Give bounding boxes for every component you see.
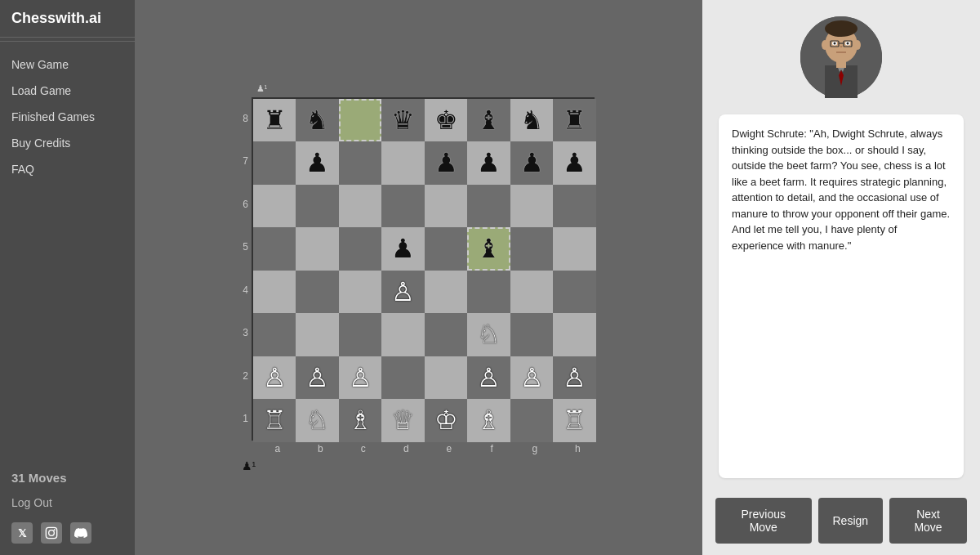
cell-c1[interactable]: ♗ [339,399,382,442]
cell-e2[interactable] [425,356,468,400]
cell-c6[interactable] [339,185,382,228]
twitter-icon[interactable]: 𝕏 [11,522,33,544]
cell-g8[interactable]: ♞ [510,99,554,142]
cell-e3[interactable] [425,313,468,356]
instagram-icon[interactable] [41,522,62,544]
resign-button[interactable]: Resign [818,498,884,544]
file-c: c [342,443,385,454]
cell-b3[interactable] [296,313,339,356]
cell-g7[interactable]: ♟ [510,141,554,185]
cell-a8[interactable]: ♜ [253,99,296,142]
cell-c8[interactable] [339,99,382,142]
cell-b2[interactable]: ♙ [296,356,339,400]
cell-a3[interactable] [253,313,296,356]
cell-d3[interactable] [381,313,425,356]
cell-h7[interactable]: ♟ [553,141,596,185]
cell-g5[interactable] [510,227,554,271]
board-area: ♟¹ 8 7 6 5 4 3 2 1 ♜ ♞ [135,0,702,555]
svg-point-1 [49,530,55,536]
cell-d5[interactable]: ♟ [381,227,425,271]
cell-g3[interactable] [510,313,554,356]
cell-e1[interactable]: ♔ [425,399,468,442]
cell-d8[interactable]: ♛ [381,99,425,142]
sidebar-item-buy-credits[interactable]: Buy Credits [0,130,135,156]
cell-b5[interactable] [296,227,339,271]
cell-g2[interactable]: ♙ [510,356,554,400]
cell-e8[interactable]: ♚ [425,99,468,142]
cell-a7[interactable] [253,141,296,185]
rank-4: 4 [243,269,248,312]
chat-bubble: Dwight Schrute: "Ah, Dwight Schrute, alw… [719,114,964,478]
rank-6: 6 [243,183,248,226]
cell-d2[interactable] [381,356,425,400]
cell-b6[interactable] [296,185,339,228]
cell-f1[interactable]: ♗ [467,399,510,442]
chess-board[interactable]: ♜ ♞ ♛ ♚ ♝ ♞ ♜ [252,97,595,441]
cell-f7[interactable]: ♟ [467,141,510,185]
rank-2: 2 [243,355,248,398]
previous-move-button[interactable]: Previous Move [715,498,812,544]
cell-c3[interactable] [339,313,382,356]
sidebar-item-faq[interactable]: FAQ [0,156,135,182]
cell-c7[interactable] [339,141,382,185]
cell-d7[interactable] [381,141,425,185]
cell-f4[interactable] [467,271,510,314]
cell-f6[interactable] [467,185,510,228]
cell-f2[interactable]: ♙ [467,356,510,400]
rank-7: 7 [243,140,248,183]
svg-point-5 [822,40,828,50]
cell-g1[interactable] [510,399,554,442]
cell-d1[interactable]: ♕ [381,399,425,442]
cell-g6[interactable] [510,185,554,228]
action-buttons: Previous Move Resign Next Move [702,486,980,555]
cell-h1[interactable]: ♖ [553,399,596,442]
app-title: Chesswith.ai [0,0,135,38]
cell-a5[interactable] [253,227,296,271]
cell-h4[interactable] [553,271,596,314]
cell-b1[interactable]: ♘ [296,399,339,442]
cell-f3[interactable]: ♘ [467,313,510,356]
cell-h8[interactable]: ♜ [553,99,596,142]
cell-b4[interactable] [296,271,339,314]
rank-3: 3 [243,311,248,355]
logout-button[interactable]: Log Out [0,491,135,514]
cell-e4[interactable] [425,271,468,314]
svg-point-10 [834,43,836,45]
cell-a6[interactable] [253,185,296,228]
right-panel: Dwight Schrute: "Ah, Dwight Schrute, alw… [702,0,980,555]
cell-b8[interactable]: ♞ [296,99,339,142]
sidebar-nav: New Game Load Game Finished Games Buy Cr… [0,45,135,464]
cell-h6[interactable] [553,185,596,228]
svg-rect-19 [836,61,846,68]
cell-c2[interactable]: ♙ [339,356,382,400]
file-g: g [514,443,557,454]
cell-f8[interactable]: ♝ [467,99,510,142]
cell-f5[interactable]: ♝ [467,227,510,271]
cell-e5[interactable] [425,227,468,271]
cell-d4[interactable]: ♙ [381,271,425,314]
svg-point-11 [847,43,849,45]
chat-text: Dwight Schrute: "Ah, Dwight Schrute, alw… [732,128,950,252]
cell-h2[interactable]: ♙ [553,356,596,400]
cell-b7[interactable]: ♟ [296,141,339,185]
sidebar-item-load-game[interactable]: Load Game [0,78,135,104]
cell-h5[interactable] [553,227,596,271]
avatar [800,16,882,98]
cell-a2[interactable]: ♙ [253,356,296,400]
next-move-button[interactable]: Next Move [889,498,967,544]
cell-d6[interactable] [381,185,425,228]
cell-h3[interactable] [553,313,596,356]
file-h: h [556,443,599,454]
cell-a4[interactable] [253,271,296,314]
sidebar-item-finished-games[interactable]: Finished Games [0,104,135,130]
discord-icon[interactable] [70,522,91,544]
cell-g4[interactable] [510,271,554,314]
cell-a1[interactable]: ♖ [253,399,296,442]
bottom-piece-indicator: ♟¹ [242,459,256,472]
file-labels: a b c d e f g h [256,443,599,454]
sidebar-item-new-game[interactable]: New Game [0,51,135,78]
cell-c5[interactable] [339,227,382,271]
cell-e6[interactable] [425,185,468,228]
cell-c4[interactable] [339,271,382,314]
cell-e7[interactable]: ♟ [425,141,468,185]
